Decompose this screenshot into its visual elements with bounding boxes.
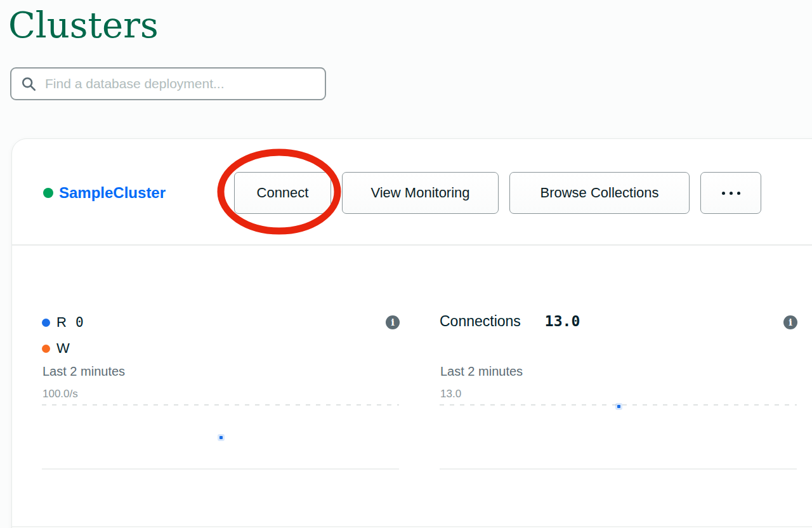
connections-header: Connections 13.0 <box>440 313 580 332</box>
cluster-card: SampleCluster Connect View Monitoring Br… <box>11 138 812 528</box>
clusters-page: { "page": { "title": "Clusters" }, "sear… <box>0 0 812 528</box>
write-series-dot <box>42 345 50 353</box>
legend-row-read: R 0 <box>42 313 84 332</box>
connections-value: 13.0 <box>545 313 580 329</box>
search-input-wrapper <box>10 67 326 100</box>
opcounters-panel: R 0 W Last 2 minutes 100.0/s <box>42 312 399 470</box>
legend-row-write: W <box>42 339 79 358</box>
cluster-name-link[interactable]: SampleCluster <box>59 182 166 204</box>
read-series-label: R <box>56 314 67 331</box>
page-title: Clusters <box>8 5 159 46</box>
cluster-status-dot <box>43 188 53 198</box>
connections-baseline <box>440 468 797 470</box>
view-monitoring-button[interactable]: View Monitoring <box>342 172 499 214</box>
opcounters-y-axis-label: 100.0/s <box>43 388 78 400</box>
browse-collections-button[interactable]: Browse Collections <box>509 172 690 214</box>
opcounters-baseline <box>42 468 399 470</box>
read-series-dot <box>42 319 50 327</box>
more-options-button[interactable] <box>700 172 761 214</box>
opcounters-info-icon[interactable]: i <box>386 315 400 329</box>
card-section-divider <box>12 526 812 527</box>
write-series-label: W <box>56 340 70 357</box>
opcounters-data-point <box>219 436 223 439</box>
opcounters-top-gridline <box>42 404 399 406</box>
opcounters-timeframe: Last 2 minutes <box>43 364 125 379</box>
ellipsis-icon <box>737 192 740 195</box>
connections-y-axis-label: 13.0 <box>440 388 461 400</box>
card-header-divider <box>12 244 812 246</box>
ellipsis-icon <box>722 192 725 195</box>
connect-button[interactable]: Connect <box>234 172 331 214</box>
connections-data-point <box>617 405 620 408</box>
connections-timeframe: Last 2 minutes <box>440 364 523 379</box>
cluster-actions: Connect View Monitoring Browse Collectio… <box>234 172 761 214</box>
connections-panel: Connections 13.0 Last 2 minutes 13.0 <box>440 312 797 470</box>
ellipsis-icon <box>730 192 733 195</box>
connections-info-icon[interactable]: i <box>783 315 797 329</box>
search-input[interactable] <box>45 76 316 91</box>
connections-title: Connections <box>440 313 521 330</box>
search-icon <box>20 76 37 92</box>
read-series-value: 0 <box>75 315 84 330</box>
